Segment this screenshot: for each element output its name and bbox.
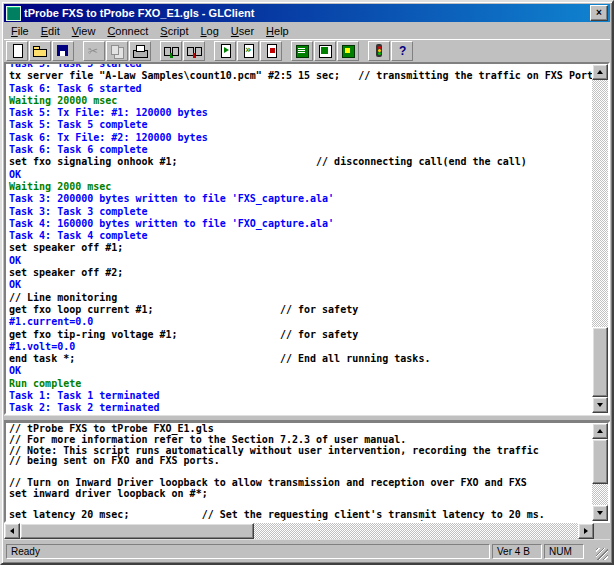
scroll-up-button[interactable] — [592, 64, 608, 80]
open-script-button[interactable] — [29, 41, 51, 61]
new-script-icon — [9, 43, 25, 59]
close-button[interactable]: × — [590, 5, 608, 21]
log-window-icon — [317, 43, 333, 59]
print-button[interactable] — [129, 41, 151, 61]
log-line: // Line monitoring — [9, 292, 608, 304]
log-line: Task 5: Tx File: #1: 120000 bytes — [9, 107, 608, 119]
toolbar-separator — [360, 41, 367, 61]
disconnect-button[interactable] — [183, 41, 205, 61]
run-script-button[interactable] — [214, 41, 236, 61]
cut-button[interactable] — [83, 41, 105, 61]
menu-item-log[interactable]: Log — [194, 23, 224, 39]
scroll-right-button[interactable] — [578, 523, 594, 539]
status-version: Ver 4 B — [492, 544, 542, 559]
scroll-down-button[interactable] — [592, 397, 608, 413]
menu-item-view[interactable]: View — [66, 23, 102, 39]
help-button[interactable] — [391, 41, 413, 61]
log-line: Task 4: Task 4 complete — [9, 230, 608, 242]
log-line: set speaker off #1; — [9, 242, 608, 254]
log-line: Task 6: Task 6 started — [9, 83, 608, 95]
script-vertical-scrollbar[interactable] — [592, 423, 608, 521]
log-line: Run complete — [9, 378, 608, 390]
resize-grip[interactable] — [596, 548, 608, 560]
log-line: #1.volt=0.0 — [9, 341, 608, 353]
script-lines: // tProbe FXS to tProbe FXO_E1.gls// For… — [6, 423, 608, 523]
log-line: OK — [9, 169, 608, 181]
log-line: Task 3: 200000 bytes written to file 'FX… — [9, 193, 608, 205]
arrow-right-icon — [584, 528, 588, 534]
menu-item-help[interactable]: Help — [260, 23, 295, 39]
scroll-up-button[interactable] — [592, 423, 608, 439]
menu-item-script[interactable]: Script — [154, 23, 194, 39]
log-line: Waiting 2000 msec — [9, 181, 608, 193]
help-icon — [394, 43, 410, 59]
disconnect-icon — [186, 43, 202, 59]
log-line: Task 3: Task 3 complete — [9, 206, 608, 218]
log-line: Waiting 20000 msec — [9, 95, 608, 107]
toolbar-separator — [152, 41, 159, 61]
log-line: // being sent on FXO and FXS ports. — [9, 456, 608, 467]
menu-bar: FileEditViewConnectScriptLogUserHelp — [4, 22, 610, 39]
save-script-button[interactable] — [52, 41, 74, 61]
title-bar[interactable]: tProbe FXS to tProbe FXO_E1.gls - GLClie… — [4, 4, 610, 22]
log-line: Task 5: Task 5 complete — [9, 119, 608, 131]
cut-icon — [86, 43, 102, 59]
copy-icon — [109, 43, 125, 59]
continue-script-button[interactable] — [237, 41, 259, 61]
print-icon — [132, 43, 148, 59]
app-window: tProbe FXS to tProbe FXO_E1.gls - GLClie… — [0, 0, 614, 565]
connect-icon — [163, 43, 179, 59]
copy-button[interactable] — [106, 41, 128, 61]
toolbar-separator — [283, 41, 290, 61]
output-lines: Task 5: Task 5 startedtx server file "A-… — [6, 62, 608, 415]
log-line: set inward driver loopback on #*; — [9, 489, 608, 500]
window-title: tProbe FXS to tProbe FXO_E1.gls - GLClie… — [24, 7, 587, 19]
menu-item-edit[interactable]: Edit — [35, 23, 66, 39]
arrow-up-icon — [597, 429, 603, 433]
arrow-up-icon — [597, 70, 603, 74]
arrow-down-icon — [597, 511, 603, 515]
view-log-icon — [294, 43, 310, 59]
content-area: Task 5: Task 5 startedtx server file "A-… — [4, 62, 610, 539]
log-line: set fxo signaling onhook #1; // disconne… — [9, 156, 608, 168]
stop-script-button[interactable] — [260, 41, 282, 61]
log-line: Task 4: 160000 bytes written to file 'FX… — [9, 218, 608, 230]
save-script-icon — [55, 43, 71, 59]
traffic-status-icon — [371, 43, 387, 59]
status-bar: Ready Ver 4 B NUM — [4, 539, 610, 561]
log-window-button[interactable] — [314, 41, 336, 61]
script-pane[interactable]: // tProbe FXS to tProbe FXO_E1.gls// For… — [4, 421, 610, 523]
scroll-down-button[interactable] — [592, 505, 608, 521]
view-log-button[interactable] — [291, 41, 313, 61]
toolbar-separator — [75, 41, 82, 61]
log-line: // For more information refer to the Sec… — [9, 435, 608, 446]
log-line: #1.current=0.0 — [9, 316, 608, 328]
output-scroll-thumb[interactable] — [592, 327, 608, 397]
log-line: OK — [9, 279, 608, 291]
log-line: set speaker off #2; — [9, 267, 608, 279]
log-line: Task 6: Tx File: #2: 120000 bytes — [9, 132, 608, 144]
open-script-icon — [32, 43, 48, 59]
toolbar — [4, 39, 610, 62]
menu-item-file[interactable]: File — [5, 23, 35, 39]
menu-item-user[interactable]: User — [225, 23, 260, 39]
status-message: Ready — [6, 544, 490, 559]
output-vertical-scrollbar[interactable] — [592, 64, 608, 413]
scroll-left-button[interactable] — [4, 523, 20, 539]
script-scroll-thumb[interactable] — [592, 439, 608, 484]
log-line: Task 6: Task 6 complete — [9, 144, 608, 156]
toolbar-separator — [206, 41, 213, 61]
new-script-button[interactable] — [6, 41, 28, 61]
save-log-button[interactable] — [337, 41, 359, 61]
traffic-status-button[interactable] — [368, 41, 390, 61]
horizontal-scrollbar[interactable] — [4, 523, 610, 539]
output-pane[interactable]: Task 5: Task 5 startedtx server file "A-… — [4, 62, 610, 415]
log-line: Task 2: Task 2 terminated — [9, 402, 608, 414]
connect-button[interactable] — [160, 41, 182, 61]
log-line: end task *; // End all running tasks. — [9, 353, 608, 365]
menu-item-connect[interactable]: Connect — [101, 23, 154, 39]
scrollbar-corner — [594, 523, 610, 539]
status-numlock: NUM — [544, 544, 584, 559]
arrow-left-icon — [10, 528, 14, 534]
horizontal-scroll-thumb[interactable] — [20, 523, 254, 539]
